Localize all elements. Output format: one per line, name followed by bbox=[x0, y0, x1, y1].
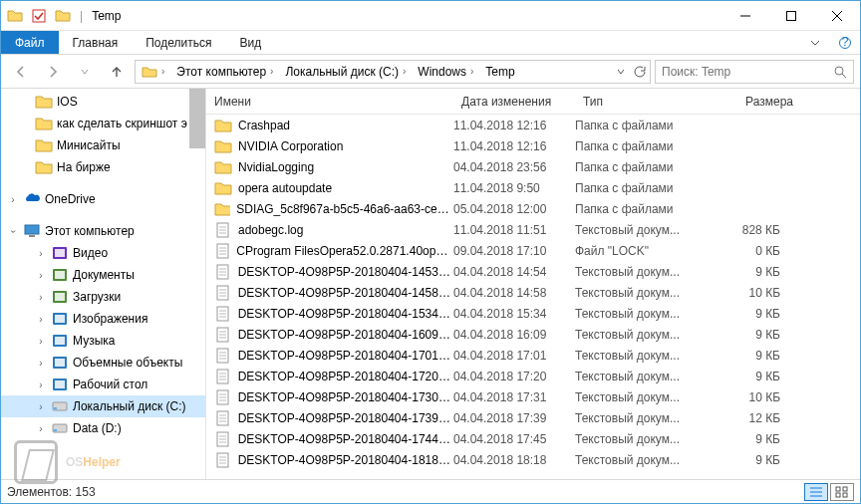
ribbon-expand-button[interactable] bbox=[800, 31, 830, 54]
cell-name: Crashpad bbox=[238, 119, 290, 132]
table-row[interactable]: DESKTOP-4O98P5P-20180404-1534.log04.04.2… bbox=[206, 303, 860, 324]
table-row[interactable]: DESKTOP-4O98P5P-20180404-1458.log04.04.2… bbox=[206, 282, 860, 303]
breadcrumb-seg-2[interactable]: Windows› bbox=[412, 61, 479, 83]
cell-date: 04.04.2018 14:58 bbox=[453, 286, 575, 300]
tree-thispc-child-7[interactable]: ›Локальный диск (C:) bbox=[1, 395, 205, 417]
3d-icon bbox=[51, 354, 69, 372]
chevron-down-icon[interactable]: › bbox=[8, 225, 19, 237]
chevron-right-icon[interactable]: › bbox=[35, 336, 47, 347]
chevron-right-icon[interactable]: › bbox=[35, 270, 47, 281]
folder-icon bbox=[35, 158, 53, 176]
tree-thispc-child-1[interactable]: ›Документы bbox=[1, 264, 205, 286]
tree-thispc-child-8[interactable]: ›Data (D:) bbox=[1, 417, 205, 439]
cell-size: 10 КБ bbox=[703, 286, 802, 300]
chevron-right-icon[interactable]: › bbox=[35, 423, 47, 434]
table-row[interactable]: NVIDIA Corporation11.04.2018 12:16Папка … bbox=[206, 135, 860, 156]
tree-quick-2[interactable]: Минисайты bbox=[1, 134, 205, 156]
table-row[interactable]: DESKTOP-4O98P5P-20180404-1739.log04.04.2… bbox=[206, 407, 860, 428]
column-type[interactable]: Тип bbox=[575, 89, 703, 114]
recent-button[interactable] bbox=[71, 58, 99, 86]
table-row[interactable]: adobegc.log11.04.2018 11:51Текстовый док… bbox=[206, 219, 860, 240]
breadcrumb-seg-1[interactable]: Локальный диск (C:)› bbox=[279, 61, 412, 83]
folder-icon bbox=[214, 137, 232, 155]
search-icon[interactable] bbox=[833, 65, 847, 79]
ribbon-tab-share[interactable]: Поделиться bbox=[132, 31, 225, 54]
search-input[interactable] bbox=[662, 65, 833, 79]
up-button[interactable] bbox=[103, 58, 131, 86]
tree-thispc-child-0[interactable]: ›Видео bbox=[1, 242, 205, 264]
ribbon-tab-home[interactable]: Главная bbox=[59, 31, 133, 54]
table-row[interactable]: NvidiaLogging04.04.2018 23:56Папка с фай… bbox=[206, 156, 860, 177]
search-box[interactable] bbox=[655, 60, 854, 84]
view-icons-button[interactable] bbox=[830, 483, 854, 501]
chevron-right-icon[interactable]: › bbox=[35, 379, 47, 390]
chevron-right-icon[interactable]: › bbox=[35, 292, 47, 303]
history-dropdown-icon[interactable] bbox=[616, 67, 626, 77]
breadcrumb-seg-3[interactable]: Temp bbox=[479, 61, 520, 83]
table-row[interactable]: DESKTOP-4O98P5P-20180404-1720.log04.04.2… bbox=[206, 366, 860, 386]
file-icon bbox=[214, 263, 232, 281]
table-row[interactable]: DESKTOP-4O98P5P-20180404-1744.log04.04.2… bbox=[206, 428, 860, 449]
cell-type: Текстовый докум... bbox=[575, 265, 703, 279]
chevron-right-icon[interactable]: › bbox=[35, 248, 47, 259]
cell-type: Папка с файлами bbox=[575, 160, 703, 174]
tree-item-label: Загрузки bbox=[73, 290, 121, 304]
refresh-icon[interactable] bbox=[632, 65, 646, 79]
tree-thispc-child-3[interactable]: ›Изображения bbox=[1, 308, 205, 330]
ribbon-help-button[interactable]: ? bbox=[830, 31, 860, 54]
cell-type: Текстовый докум... bbox=[575, 349, 703, 363]
forward-button[interactable] bbox=[39, 58, 67, 86]
breadcrumb-seg-0[interactable]: Этот компьютер› bbox=[170, 61, 279, 83]
tree-quick-3[interactable]: На бирже bbox=[1, 156, 205, 178]
close-button[interactable] bbox=[814, 1, 860, 31]
svg-rect-20 bbox=[55, 359, 65, 367]
table-row[interactable]: DESKTOP-4O98P5P-20180404-1701.log04.04.2… bbox=[206, 345, 860, 366]
computer-icon bbox=[23, 222, 41, 240]
table-row[interactable]: DESKTOP-4O98P5P-20180404-1453.log04.04.2… bbox=[206, 261, 860, 282]
tree-onedrive[interactable]: › OneDrive bbox=[1, 188, 205, 210]
table-row[interactable]: CProgram FilesOpera52.0.2871.40opera_a..… bbox=[206, 240, 860, 261]
tree-item-label: Локальный диск (C:) bbox=[73, 399, 186, 413]
tree-quick-0[interactable]: IOS bbox=[1, 91, 205, 113]
folder-icon bbox=[214, 117, 232, 134]
chevron-right-icon[interactable]: › bbox=[35, 314, 47, 325]
table-row[interactable]: DESKTOP-4O98P5P-20180404-1730.log04.04.2… bbox=[206, 386, 860, 407]
scrollbar-thumb[interactable] bbox=[189, 89, 205, 148]
minimize-button[interactable] bbox=[722, 1, 768, 31]
ribbon-tab-view[interactable]: Вид bbox=[225, 31, 275, 54]
back-button[interactable] bbox=[7, 58, 35, 86]
table-row[interactable]: opera autoupdate11.04.2018 9:50Папка с ф… bbox=[206, 177, 860, 198]
table-row[interactable]: DESKTOP-4O98P5P-20180404-1818.log04.04.2… bbox=[206, 449, 860, 470]
tree-thispc-child-6[interactable]: ›Рабочий стол bbox=[1, 374, 205, 395]
column-date[interactable]: Дата изменения bbox=[453, 89, 575, 114]
svg-rect-26 bbox=[54, 429, 57, 431]
tree-item-label: Видео bbox=[73, 246, 108, 260]
column-name[interactable]: Имени bbox=[206, 89, 453, 114]
tree-quick-1[interactable]: как сделать скриншот э bbox=[1, 113, 205, 134]
tree-thispc-child-5[interactable]: ›Объемные объекты bbox=[1, 352, 205, 374]
chevron-right-icon[interactable]: › bbox=[7, 194, 19, 205]
ribbon-tab-file[interactable]: Файл bbox=[1, 31, 59, 54]
table-row[interactable]: SDIAG_5c8f967a-b5c5-46a6-aa63-ce260af...… bbox=[206, 198, 860, 219]
maximize-button[interactable] bbox=[768, 1, 814, 31]
svg-rect-24 bbox=[54, 407, 57, 409]
tree-thispc[interactable]: › Этот компьютер bbox=[1, 220, 205, 242]
cell-name: DESKTOP-4O98P5P-20180404-1701.log bbox=[238, 349, 453, 363]
column-size[interactable]: Размера bbox=[703, 89, 802, 114]
chevron-right-icon[interactable]: › bbox=[35, 401, 47, 412]
breadcrumb-root-icon[interactable]: › bbox=[136, 61, 170, 83]
svg-point-5 bbox=[835, 67, 843, 75]
cell-type: Текстовый докум... bbox=[575, 328, 703, 342]
breadcrumb[interactable]: › Этот компьютер› Локальный диск (C:)› W… bbox=[135, 60, 651, 84]
qat-checkbox-icon[interactable] bbox=[29, 6, 49, 26]
table-row[interactable]: Crashpad11.04.2018 12:16Папка с файлами bbox=[206, 115, 860, 135]
file-icon bbox=[214, 242, 230, 260]
chevron-right-icon[interactable]: › bbox=[35, 358, 47, 369]
table-row[interactable]: DESKTOP-4O98P5P-20180404-1609.log04.04.2… bbox=[206, 324, 860, 345]
view-details-button[interactable] bbox=[804, 483, 828, 501]
qat-new-folder-icon[interactable] bbox=[53, 6, 73, 26]
tree-thispc-child-2[interactable]: ›Загрузки bbox=[1, 286, 205, 308]
tree-thispc-child-4[interactable]: ›Музыка bbox=[1, 330, 205, 352]
svg-rect-22 bbox=[55, 380, 65, 388]
cell-type: Текстовый докум... bbox=[575, 453, 703, 467]
